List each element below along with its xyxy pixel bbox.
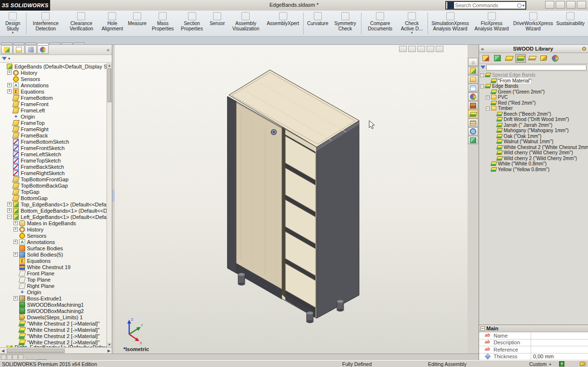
property-value[interactable]: 0,00 mm	[531, 353, 588, 359]
propertymanager-tab-icon[interactable]	[13, 45, 25, 54]
ribbon-button[interactable]: AssemblyXpert	[264, 11, 301, 36]
menu-item[interactable]	[54, 4, 61, 6]
library-item[interactable]: Red ("Red 2mm")	[479, 100, 588, 106]
command-tab[interactable]	[49, 42, 61, 44]
tree-item[interactable]: "White Chestnut 2 [->Material]"	[0, 339, 107, 345]
view-orientation-icon[interactable]	[267, 46, 275, 53]
tree-item[interactable]: + Boss-Extrude1	[0, 295, 107, 301]
library-item[interactable]: Jarrah (" Jarrah 2mm")	[479, 122, 588, 128]
tag-icon[interactable]	[580, 362, 586, 366]
command-tab[interactable]	[13, 42, 25, 44]
display-style-icon[interactable]	[284, 46, 292, 53]
ribbon-button[interactable]: Sensor	[207, 11, 227, 36]
tree-item[interactable]: FrameTopSketch	[0, 157, 107, 163]
tree-item[interactable]: FrameTop	[0, 120, 107, 126]
edge-bands-icon[interactable]	[515, 54, 526, 63]
graphics-area[interactable]: Z Y X *Isometric	[115, 45, 468, 353]
open-icon[interactable]	[136, 2, 143, 9]
library-item[interactable]: Oak ("Oak 1mm")	[479, 134, 588, 139]
tree-item[interactable]: SWOODBoxMachining1	[0, 301, 107, 308]
expand-toggle[interactable]: +	[7, 89, 12, 94]
tree-item[interactable]: FrameBackSketch	[0, 163, 107, 170]
pin-icon[interactable]	[582, 47, 586, 51]
profiles-icon[interactable]	[538, 54, 549, 63]
home-tab-icon[interactable]	[468, 58, 478, 66]
menu-item[interactable]	[116, 4, 122, 6]
menu-item[interactable]	[77, 4, 84, 6]
ribbon-button[interactable]: Sustainability	[554, 11, 587, 36]
view-settings-icon[interactable]	[345, 46, 353, 53]
library-item[interactable]: + PVC	[479, 95, 588, 100]
menu-item[interactable]	[100, 4, 107, 6]
tree-item[interactable]: BottomGap	[0, 195, 107, 201]
collapse-group-icon[interactable]: −	[481, 326, 485, 331]
zoom-to-area-icon[interactable]	[250, 46, 257, 53]
scroll-left-icon[interactable]: ◀	[0, 349, 6, 353]
expand-toggle[interactable]: +	[7, 202, 12, 206]
search-commands-box[interactable]: ▾	[445, 1, 526, 10]
tree-item[interactable]: EdgeBands (Default<Default_Display State…	[0, 63, 107, 69]
caret-icon[interactable]	[276, 46, 283, 53]
tree-item[interactable]: Origin	[0, 289, 107, 295]
tree-item[interactable]: + Solid Bodies(5)	[0, 251, 107, 258]
pane-left-icon[interactable]	[399, 46, 407, 52]
viewport-restore-icon[interactable]	[427, 46, 434, 52]
nav-first-icon[interactable]	[1, 354, 6, 360]
caret-icon[interactable]	[310, 46, 318, 53]
edit-appearance-icon[interactable]	[319, 46, 327, 53]
nav-next-icon[interactable]	[13, 354, 18, 360]
menu-item[interactable]	[85, 4, 92, 6]
property-row[interactable]: Name	[479, 332, 588, 340]
library-item[interactable]: − Edge Bands	[479, 83, 588, 89]
file-properties-icon[interactable]	[197, 2, 204, 9]
featuremanager-tab-icon[interactable]	[1, 45, 13, 54]
library-item[interactable]: Yellow ("Yellow 0.8mm")	[479, 167, 588, 173]
scroll-down-icon[interactable]: ▼	[107, 342, 112, 347]
displaymanager-tab-icon[interactable]	[37, 45, 49, 54]
ribbon-button[interactable]: Interference Detection	[28, 11, 64, 36]
menu-item[interactable]	[62, 4, 68, 6]
library-item[interactable]: − Special Edge Bands	[479, 72, 588, 78]
library-item[interactable]: "From Material"	[479, 78, 588, 84]
tree-item[interactable]: + Top_EdgeBands<1> (Default<<Default>_Di…	[0, 201, 107, 207]
tree-item[interactable]: FrameFrontSketch	[0, 145, 107, 151]
tree-item[interactable]: TopBottomFrontGap	[0, 176, 107, 182]
property-row[interactable]: Description	[479, 340, 588, 347]
expand-toggle[interactable]: +	[486, 95, 490, 99]
ribbon-button[interactable]: Measure	[125, 11, 149, 36]
ribbon-button[interactable]: Design Study ▾	[1, 11, 25, 36]
tree-item[interactable]: FrameFront	[0, 101, 107, 107]
search-input[interactable]	[455, 2, 517, 8]
print-icon[interactable]	[153, 2, 160, 9]
options-icon[interactable]	[188, 2, 195, 9]
swood-library-tab-icon[interactable]	[468, 110, 478, 118]
ribbon-button[interactable]: Check Active D... ▾	[398, 11, 427, 36]
library-filter-input[interactable]	[486, 65, 587, 70]
tree-vertical-scrollbar[interactable]: ▲ ▼	[107, 63, 112, 347]
expand-toggle[interactable]: +	[13, 252, 18, 257]
tree-item[interactable]: FrameLeft	[0, 107, 107, 113]
section-view-icon[interactable]	[258, 46, 266, 53]
command-tab[interactable]	[61, 42, 73, 44]
forum-tab-icon[interactable]	[468, 127, 478, 136]
panel-more-icon[interactable]: »	[107, 47, 111, 53]
expand-toggle[interactable]: −	[7, 215, 12, 219]
help-status-icon[interactable]: ?	[559, 361, 564, 367]
tree-item[interactable]: Sensors	[0, 232, 107, 239]
expand-toggle[interactable]: +	[7, 70, 12, 75]
save-icon[interactable]	[145, 2, 152, 9]
tree-item[interactable]: TopBottomBackGap	[0, 182, 107, 189]
search-icon[interactable]	[517, 3, 521, 8]
tree-item[interactable]: + Equations	[0, 88, 107, 95]
caret-icon[interactable]	[336, 46, 344, 53]
ribbon-button[interactable]: Curvature	[305, 11, 331, 36]
scroll-thumb[interactable]	[7, 349, 65, 353]
nav-last-icon[interactable]	[18, 354, 24, 360]
tree-item[interactable]: "White Chestnut 2 [->Material]"	[0, 333, 107, 339]
menu-item[interactable]	[69, 4, 76, 6]
appearances-tab-icon[interactable]	[468, 93, 478, 101]
scroll-thumb[interactable]	[107, 68, 111, 102]
menu-item[interactable]	[93, 4, 99, 6]
caret-icon[interactable]	[293, 46, 301, 53]
property-row[interactable]: Reference	[479, 346, 588, 353]
